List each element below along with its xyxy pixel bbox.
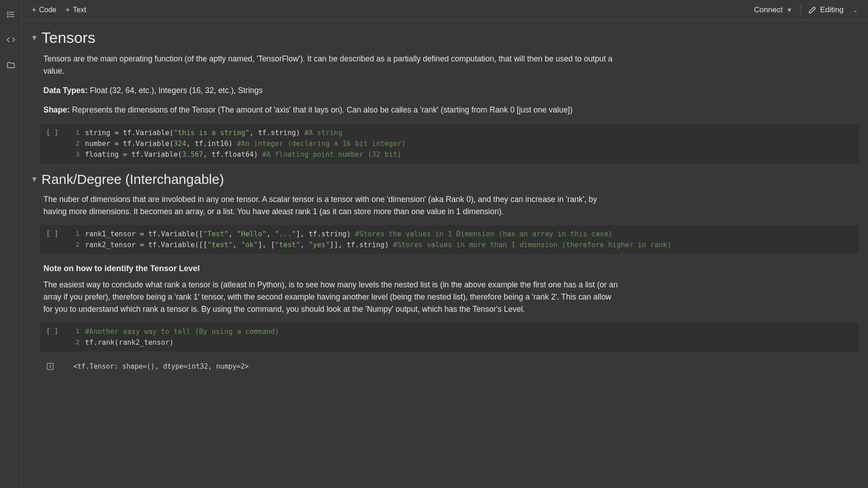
prose-block[interactable]: The nuber of dimensions that are involob…: [43, 193, 622, 218]
chevron-down-icon: ⌄: [853, 6, 858, 14]
output-text: <tf.Tensor: shape=(), dtype=int32, numpy…: [73, 362, 249, 371]
code-line: 1rank1_tensor = tf.Variable(["Test", "He…: [67, 229, 859, 239]
code-area[interactable]: 1#Another easy way to tell (By using a c…: [67, 326, 859, 348]
code-area[interactable]: 1string = tf.Variable("this is a string"…: [67, 127, 859, 160]
code-area[interactable]: 1rank1_tensor = tf.Variable(["Test", "He…: [67, 229, 859, 250]
svg-rect-6: [47, 363, 53, 370]
code-line: 2number = tf.Variable(324, tf.int16) #An…: [67, 138, 859, 149]
plus-icon: +: [66, 6, 71, 14]
notebook-content: ▼ Tensors Tensors are the main operating…: [22, 20, 868, 488]
code-snippets-icon[interactable]: [5, 34, 16, 45]
collapse-section-icon[interactable]: ▼: [31, 175, 38, 183]
svg-point-3: [7, 12, 8, 13]
collapse-section-icon[interactable]: ▼: [31, 34, 38, 42]
section-header: ▼ Tensors: [31, 29, 859, 47]
svg-point-5: [7, 16, 8, 17]
toc-icon[interactable]: [5, 9, 16, 20]
code-line: 1string = tf.Variable("this is a string"…: [67, 127, 859, 138]
add-text-label: Text: [73, 6, 86, 14]
add-code-button[interactable]: + Code: [27, 3, 61, 17]
pencil-icon: [808, 6, 816, 14]
section-title: Rank/Degree (Interchangable): [42, 172, 224, 187]
chevron-down-icon: ▼: [786, 6, 793, 14]
code-line: 1#Another easy way to tell (By using a c…: [67, 326, 859, 337]
topbar: + Code + Text Connect ▼ Editing ⌄: [22, 0, 868, 20]
add-code-label: Code: [39, 6, 57, 14]
prose-block[interactable]: Tensors are the main operating function …: [43, 53, 622, 117]
cell-gutter[interactable]: [ ]: [40, 326, 67, 348]
section-header: ▼ Rank/Degree (Interchangable): [31, 172, 859, 187]
line-number: 2: [67, 337, 80, 348]
cell-output: <tf.Tensor: shape=(), dtype=int32, numpy…: [40, 360, 859, 373]
line-number: 1: [67, 127, 80, 138]
more-button[interactable]: ⌄: [848, 4, 863, 16]
paragraph: Tensors are the main operating function …: [43, 53, 622, 77]
main: + Code + Text Connect ▼ Editing ⌄ ▼ Tens…: [22, 0, 868, 488]
editing-label: Editing: [820, 5, 844, 14]
svg-point-4: [7, 14, 8, 15]
output-gutter: [40, 362, 67, 371]
paragraph: Shape: Represents the dimensions of the …: [43, 104, 622, 116]
cell-gutter[interactable]: [ ]: [40, 229, 67, 250]
line-number: 2: [67, 138, 80, 149]
output-arrow-icon: [46, 362, 54, 371]
code-line: 2tf.rank(rank2_tensor): [67, 337, 859, 348]
section-title: Tensors: [42, 29, 95, 47]
line-number: 2: [67, 239, 80, 250]
left-rail: [0, 0, 22, 488]
line-number: 1: [67, 326, 80, 337]
connect-button[interactable]: Connect ▼: [749, 3, 798, 17]
paragraph: Data Types: Float (32, 64, etc.), Intege…: [43, 84, 622, 97]
subheader: Note on how to identify the Tensor Level: [43, 264, 622, 273]
files-icon[interactable]: [5, 60, 16, 70]
code-cell[interactable]: [ ] 1string = tf.Variable("this is a str…: [40, 124, 859, 164]
code-cell[interactable]: [ ] 1#Another easy way to tell (By using…: [40, 323, 859, 352]
code-cell[interactable]: [ ] 1rank1_tensor = tf.Variable(["Test",…: [40, 225, 859, 254]
code-line: 2rank2_tensor = tf.Variable([["test", "o…: [67, 239, 859, 250]
cell-gutter[interactable]: [ ]: [40, 127, 67, 160]
paragraph: The easiest way to conclude what rank a …: [43, 279, 622, 315]
line-number: 1: [67, 229, 80, 239]
line-number: 3: [67, 149, 80, 160]
plus-icon: +: [32, 6, 37, 14]
editing-button[interactable]: Editing: [804, 3, 848, 17]
prose-block[interactable]: Note on how to identify the Tensor Level…: [43, 264, 622, 315]
paragraph: The nuber of dimensions that are involob…: [43, 193, 622, 218]
add-text-button[interactable]: + Text: [61, 3, 91, 17]
connect-label: Connect: [754, 5, 783, 14]
code-line: 3floating = tf.Variable(3.567, tf.float6…: [67, 149, 859, 160]
divider: [801, 4, 801, 16]
